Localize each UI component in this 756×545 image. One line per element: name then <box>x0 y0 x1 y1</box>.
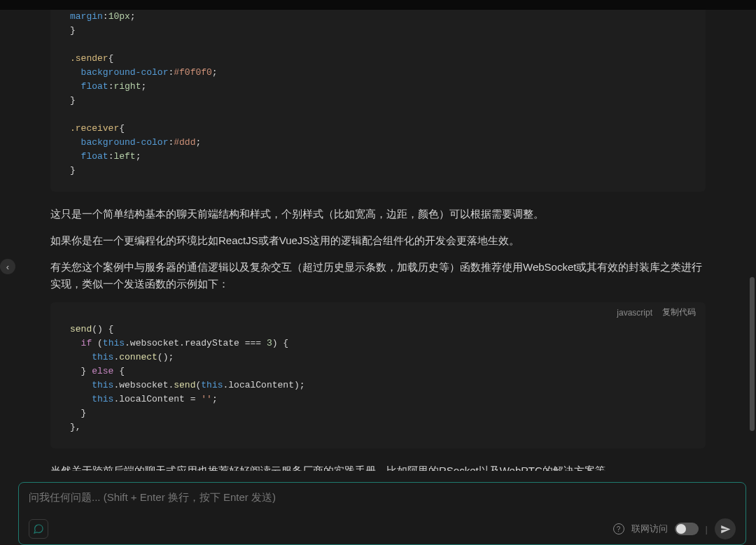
code-header: javascript 复制代码 <box>50 302 706 323</box>
chat-input-area: ? 联网访问 | <box>18 482 746 545</box>
input-right-controls: ? 联网访问 | <box>613 518 736 539</box>
send-button[interactable] <box>715 518 736 539</box>
whatsapp-icon <box>33 523 44 535</box>
code-body: margin:10px; } .sender{ background-color… <box>50 10 706 192</box>
help-icon[interactable]: ? <box>613 523 624 535</box>
scrollbar[interactable] <box>749 14 755 468</box>
prose-paragraph: 当然关于跨前后端的聊天式应用也推荐好好阅读云服务厂商的实践手册，比如阿里的RSo… <box>50 462 706 471</box>
prose-paragraph: 这只是一个简单结构基本的聊天前端结构和样式，个别样式（比如宽高，边距，颜色）可以… <box>50 206 706 222</box>
chat-history-button[interactable] <box>29 519 48 539</box>
chat-input[interactable] <box>29 491 736 519</box>
input-toolbar: ? 联网访问 | <box>29 519 736 539</box>
prose-paragraph: 有关您这个案例中与服务器的通信逻辑以及复杂交互（超过历史显示条数，加载历史等）函… <box>50 259 706 292</box>
prose-paragraph: 如果你是在一个更编程化的环境比如ReactJS或者VueJS这用的逻辑配合组件化… <box>50 232 706 249</box>
message-content: margin:10px; } .sender{ background-color… <box>8 10 748 471</box>
code-body: send() { if (this.websocket.readyState =… <box>50 323 706 448</box>
net-access-toggle[interactable] <box>675 523 699 535</box>
send-icon <box>720 524 731 535</box>
top-bar <box>0 0 756 10</box>
code-block-js: javascript 复制代码 send() { if (this.websoc… <box>50 302 706 448</box>
scrollbar-thumb[interactable] <box>750 277 755 431</box>
toggle-knob <box>676 524 686 534</box>
code-lang-label: javascript <box>617 308 652 318</box>
net-access-label: 联网访问 <box>631 523 668 535</box>
copy-code-button[interactable]: 复制代码 <box>662 306 696 318</box>
code-block-css: margin:10px; } .sender{ background-color… <box>50 10 706 192</box>
divider: | <box>706 524 708 535</box>
